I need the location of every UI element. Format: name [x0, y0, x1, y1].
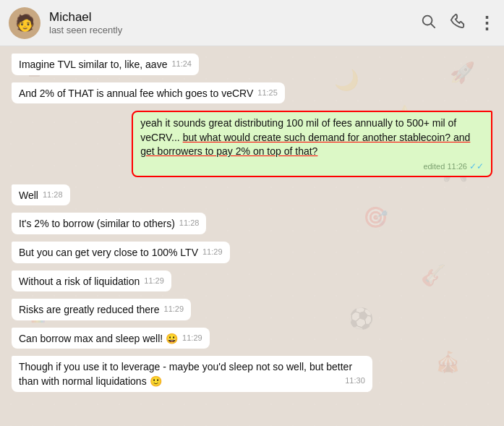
message-text: yeah it sounds great distributing 100 mi… [140, 117, 470, 157]
message-timestamp: 11:29 [182, 333, 202, 343]
message-row: Imagine TVL similar to, like, aave 11:24 [12, 54, 492, 75]
message-bubble: But you can get very close to 100% LTV 1… [12, 242, 230, 263]
message-text: Imagine TVL similar to, like, aave [19, 59, 167, 70]
read-receipt-icon: ✓✓ [469, 161, 484, 171]
message-row: Without a risk of liquidation 11:29 [12, 270, 492, 292]
phone-icon[interactable] [449, 13, 465, 33]
message-text: Without a risk of liquidation [19, 276, 140, 287]
message-timestamp: 11:29 [164, 304, 184, 314]
more-options-icon[interactable]: ⋮ [478, 14, 495, 32]
message-bubble: Without a risk of liquidation 11:29 [12, 270, 171, 292]
message-row: It's 2% to borrow (similar to others) 11… [12, 213, 492, 234]
message-bubble: Well 11:28 [12, 184, 70, 206]
message-text: Can borrow max and sleep well! 😀 [19, 333, 178, 344]
message-bubble: And 2% of THAT is annual fee which goes … [12, 82, 285, 104]
message-row: Can borrow max and sleep well! 😀 11:29 [12, 328, 492, 349]
message-row: Well 11:28 [12, 184, 492, 206]
svg-line-1 [431, 24, 435, 27]
message-timestamp: 11:28 [43, 190, 63, 200]
contact-name: Michael [49, 10, 420, 25]
contact-info: Michael last seen recently [49, 10, 420, 35]
message-row: yeah it sounds great distributing 100 mi… [12, 111, 492, 177]
message-text: Risks are greatly reduced there [19, 304, 160, 315]
message-row: And 2% of THAT is annual fee which goes … [12, 82, 492, 104]
message-bubble: Imagine TVL similar to, like, aave 11:24 [12, 54, 199, 75]
search-icon[interactable] [420, 13, 436, 33]
message-timestamp: 11:25 [257, 88, 278, 98]
message-bubble-highlighted: yeah it sounds great distributing 100 mi… [132, 111, 492, 177]
message-timestamp: 11:24 [171, 59, 192, 69]
avatar[interactable]: 🧑 [9, 7, 40, 39]
chat-area: 🚀 ⭐ 🌙 🎮 🎯 🎸 ⚽ 🎪 🏆 🌈 Imagine TVL similar … [0, 46, 504, 426]
message-text: And 2% of THAT is annual fee which goes … [19, 88, 253, 99]
contact-status: last seen recently [49, 25, 420, 35]
message-row: But you can get very close to 100% LTV 1… [12, 242, 492, 263]
header-actions: ⋮ [420, 13, 495, 33]
message-bubble: Though if you use it to leverage - maybe… [12, 356, 372, 391]
chat-header: 🧑 Michael last seen recently ⋮ [0, 0, 504, 46]
message-row: Risks are greatly reduced there 11:29 [12, 299, 492, 320]
message-timestamp: 11:28 [179, 218, 200, 228]
message-text: But you can get very close to 100% LTV [19, 247, 198, 258]
message-text: Well [19, 189, 38, 201]
message-bubble: Risks are greatly reduced there 11:29 [12, 299, 191, 320]
message-timestamp: 11:29 [144, 276, 164, 286]
message-bubble: It's 2% to borrow (similar to others) 11… [12, 213, 206, 234]
message-row: Though if you use it to leverage - maybe… [12, 356, 492, 391]
message-text: Though if you use it to leverage - maybe… [19, 361, 352, 387]
message-timestamp: 11:30 [345, 376, 365, 385]
edited-timestamp: edited 11:26 ✓✓ [140, 161, 484, 173]
message-text: It's 2% to borrow (similar to others) [19, 218, 175, 229]
message-bubble: Can borrow max and sleep well! 😀 11:29 [12, 328, 210, 349]
message-timestamp: 11:29 [202, 247, 223, 257]
